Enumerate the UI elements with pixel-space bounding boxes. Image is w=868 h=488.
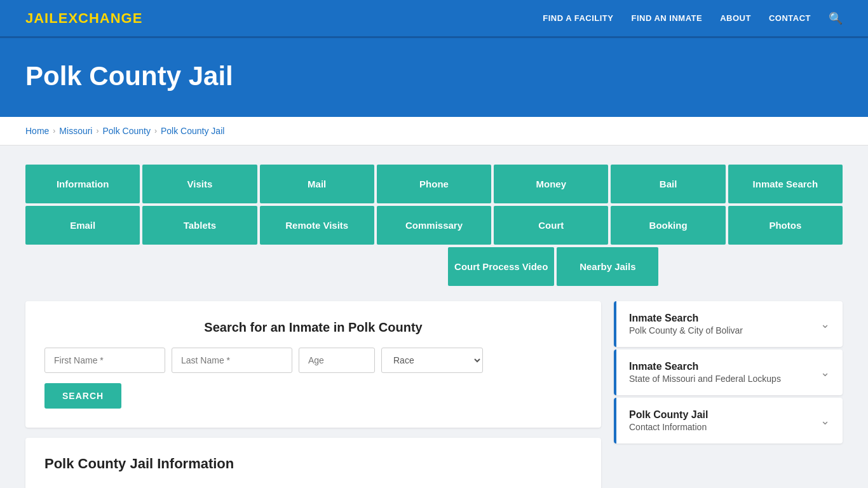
search-title: Search for an Inmate in Polk County — [44, 320, 582, 335]
sidebar-card-line2-2: State of Missouri and Federal Lockups — [629, 374, 781, 384]
breadcrumb-sep-2: › — [96, 126, 98, 135]
navbar: JAILEXCHANGE FIND A FACILITY FIND AN INM… — [0, 0, 868, 38]
nav-links: FIND A FACILITY FIND AN INMATE ABOUT CON… — [543, 11, 843, 25]
btn-court-process-video[interactable]: Court Process Video — [448, 247, 554, 286]
btn-bail[interactable]: Bail — [611, 165, 725, 203]
age-input[interactable] — [299, 348, 375, 373]
btn-information[interactable]: Information — [25, 165, 140, 203]
breadcrumb-sep-1: › — [53, 126, 55, 135]
sidebar-card-line1-2: Inmate Search — [629, 361, 781, 372]
btn-nearby-jails[interactable]: Nearby Jails — [557, 247, 658, 286]
nav-about[interactable]: ABOUT — [720, 13, 751, 23]
btn-photos[interactable]: Photos — [728, 206, 843, 245]
btn-court[interactable]: Court — [494, 206, 608, 245]
main-content: Information Visits Mail Phone Money Bail… — [0, 146, 868, 488]
search-form: Race White Black Hispanic Asian Native A… — [44, 348, 582, 373]
search-card: Search for an Inmate in Polk County Race… — [25, 301, 601, 428]
last-name-input[interactable] — [172, 348, 292, 373]
button-grid-row3: Court Process Video Nearby Jails — [25, 247, 843, 286]
btn-remote-visits[interactable]: Remote Visits — [260, 206, 374, 245]
sidebar-card-line1-1: Inmate Search — [629, 313, 743, 324]
search-button[interactable]: SEARCH — [44, 383, 121, 409]
brand-name-part2: E — [58, 10, 69, 26]
breadcrumb-missouri[interactable]: Missouri — [59, 126, 92, 136]
nav-search-button[interactable]: 🔍 — [829, 11, 843, 25]
btn-commissary[interactable]: Commissary — [377, 206, 491, 245]
button-grid-row2: Email Tablets Remote Visits Commissary C… — [25, 206, 843, 245]
sidebar-card-inmate-polk: Inmate Search Polk County & City of Boli… — [614, 301, 843, 347]
btn-visits[interactable]: Visits — [142, 165, 257, 203]
btn-money[interactable]: Money — [494, 165, 608, 203]
btn-tablets[interactable]: Tablets — [142, 206, 257, 245]
sidebar-card-header-3[interactable]: Polk County Jail Contact Information ⌄ — [614, 398, 843, 444]
chevron-icon-3: ⌄ — [820, 414, 830, 428]
left-column: Search for an Inmate in Polk County Race… — [25, 301, 601, 488]
nav-find-facility[interactable]: FIND A FACILITY — [543, 13, 613, 23]
sidebar-card-header-2[interactable]: Inmate Search State of Missouri and Fede… — [614, 349, 843, 395]
chevron-icon-1: ⌄ — [820, 317, 830, 331]
chevron-icon-2: ⌄ — [820, 365, 830, 379]
breadcrumb-home[interactable]: Home — [25, 126, 49, 136]
breadcrumb-polk-county[interactable]: Polk County — [102, 126, 150, 136]
btn-mail[interactable]: Mail — [260, 165, 374, 203]
sidebar-card-title-3: Polk County Jail Contact Information — [629, 409, 708, 432]
sidebar-card-line1-3: Polk County Jail — [629, 409, 708, 421]
breadcrumb: Home › Missouri › Polk County › Polk Cou… — [0, 117, 868, 146]
sidebar-card-inmate-state: Inmate Search State of Missouri and Fede… — [614, 349, 843, 395]
sidebar-card-line2-1: Polk County & City of Bolivar — [629, 325, 743, 336]
info-section: Polk County Jail Information — [25, 438, 601, 488]
sidebar-card-title-1: Inmate Search Polk County & City of Boli… — [629, 313, 743, 336]
hero-section: Polk County Jail — [0, 38, 868, 117]
first-name-input[interactable] — [44, 348, 165, 373]
btn-inmate-search[interactable]: Inmate Search — [728, 165, 843, 203]
breadcrumb-sep-3: › — [154, 126, 157, 135]
brand-logo[interactable]: JAILEXCHANGE — [25, 10, 142, 27]
btn-booking[interactable]: Booking — [611, 206, 725, 245]
sidebar-card-title-2: Inmate Search State of Missouri and Fede… — [629, 361, 781, 384]
btn-phone[interactable]: Phone — [377, 165, 491, 203]
breadcrumb-current: Polk County Jail — [161, 126, 224, 136]
sidebar-card-contact: Polk County Jail Contact Information ⌄ — [614, 398, 843, 444]
button-grid-row1: Information Visits Mail Phone Money Bail… — [25, 165, 843, 203]
sidebar-card-header-1[interactable]: Inmate Search Polk County & City of Boli… — [614, 301, 843, 347]
race-select[interactable]: Race White Black Hispanic Asian Native A… — [381, 348, 483, 373]
nav-contact[interactable]: CONTACT — [769, 13, 811, 23]
btn-email[interactable]: Email — [25, 206, 140, 245]
brand-name-part1: JAIL — [25, 10, 58, 26]
nav-find-inmate[interactable]: FIND AN INMATE — [631, 13, 702, 23]
two-col-layout: Search for an Inmate in Polk County Race… — [25, 301, 843, 488]
page-title: Polk County Jail — [25, 61, 843, 92]
sidebar-card-line2-3: Contact Information — [629, 422, 708, 432]
right-column: Inmate Search Polk County & City of Boli… — [614, 301, 843, 446]
info-section-title: Polk County Jail Information — [44, 456, 582, 472]
brand-name-rest: XCHANGE — [68, 10, 142, 26]
